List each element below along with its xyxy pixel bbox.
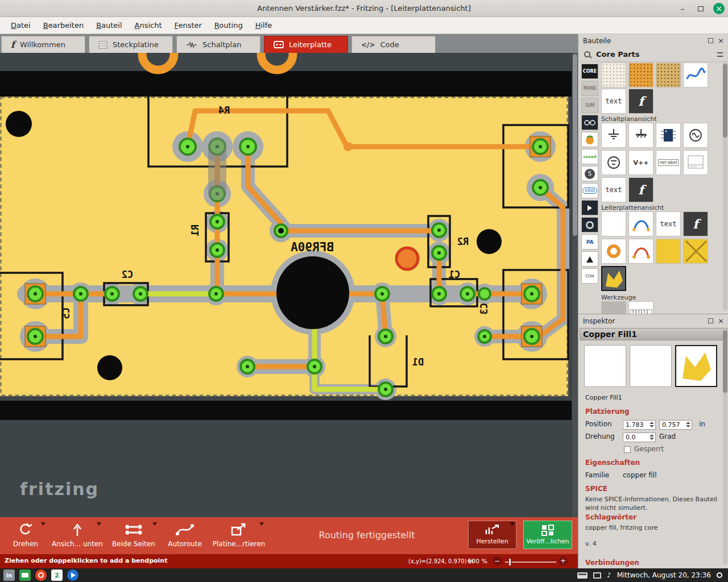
pcb-preview[interactable]	[675, 345, 717, 387]
audio-tray-icon[interactable]: ♪	[607, 571, 611, 579]
spin-arrows-icon[interactable]	[650, 434, 654, 440]
both-sides-button[interactable]: Beide Seiten	[110, 522, 157, 552]
dropdown-caret-icon[interactable]	[510, 522, 515, 526]
transistor-body[interactable]	[276, 256, 349, 329]
scrollbar-thumb[interactable]	[723, 64, 727, 138]
dropdown-caret-icon[interactable]	[152, 522, 157, 526]
inspector-scrollbar[interactable]	[723, 329, 727, 565]
part-jumper-wire[interactable]	[628, 211, 653, 236]
tab-willkommen[interactable]: f Willkommen	[1, 36, 85, 53]
position-x-spinbox[interactable]: 1.783	[623, 420, 656, 430]
tab-steckplatine[interactable]: Steckplatine	[89, 36, 173, 53]
bin-tab-seeed[interactable]: seeed	[581, 149, 598, 164]
bin-tab-pictogram[interactable]	[581, 251, 598, 267]
pcb-canvas[interactable]: R4 BFR90A R1 R2 C2 C1 C5 C3 D1 fritzing	[0, 53, 572, 517]
bin-tab-sim[interactable]: SIM	[581, 98, 598, 113]
zoom-slider-handle[interactable]	[508, 558, 511, 566]
part-text-breadboard[interactable]: text	[601, 89, 626, 114]
keyboard-tray-icon[interactable]	[577, 572, 588, 579]
part-stripboard-vertical[interactable]	[628, 63, 653, 88]
dropdown-caret-icon[interactable]	[97, 522, 101, 526]
canvas-vertical-scrollbar[interactable]	[572, 53, 578, 517]
fabricate-button[interactable]: Herstellen	[468, 521, 516, 549]
minimize-button[interactable]: –	[677, 3, 688, 14]
taskbar-app2-icon[interactable]: 2	[51, 569, 63, 581]
scrollbar-thumb[interactable]	[723, 330, 727, 393]
trace-bendpoint[interactable]	[344, 142, 353, 151]
part-logo-image[interactable]: f	[628, 89, 653, 114]
via[interactable]	[396, 248, 418, 269]
part-earth-ground[interactable]	[628, 123, 653, 148]
undock-icon[interactable]	[708, 38, 713, 43]
part-text-schematic[interactable]: text	[601, 177, 626, 202]
bin-tab-mine[interactable]: MINE	[581, 81, 598, 96]
position-y-spinbox[interactable]: 0.757	[659, 420, 692, 430]
part-via[interactable]	[601, 239, 626, 264]
bin-tab-intel[interactable]: intel	[581, 183, 598, 198]
bin-tab-adafruit[interactable]	[581, 115, 598, 130]
bin-tab-play[interactable]	[581, 200, 598, 215]
search-icon[interactable]	[584, 51, 590, 57]
breadboard-preview[interactable]	[584, 345, 626, 387]
menu-routing[interactable]: Routing	[208, 18, 249, 32]
zoom-level[interactable]: 600 %	[468, 558, 487, 565]
part-ac-source[interactable]	[683, 123, 708, 148]
part-logo-pcb[interactable]: f	[683, 211, 708, 236]
spin-arrows-icon[interactable]	[686, 422, 690, 427]
part-net-label[interactable]: net label	[656, 150, 681, 175]
menu-bearbeiten[interactable]: Bearbeiten	[37, 18, 90, 32]
maximize-button[interactable]	[695, 3, 706, 14]
parts-scrollbar[interactable]	[723, 63, 727, 310]
close-icon[interactable]: ×	[718, 37, 724, 44]
rotation-spinbox[interactable]: 0.0	[623, 433, 656, 442]
part-stripboard[interactable]	[656, 63, 681, 88]
scrollbar-thumb[interactable]	[573, 54, 577, 236]
taskbar-app-in-icon[interactable]: in	[3, 569, 15, 581]
locked-checkbox[interactable]	[624, 446, 631, 453]
part-pcb-jumper[interactable]	[628, 239, 653, 264]
zoom-in-button[interactable]: +	[559, 556, 568, 566]
clock[interactable]: Mittwoch, August 20, 23:36	[617, 571, 711, 579]
menu-datei[interactable]: Datei	[5, 18, 37, 32]
tab-code[interactable]: </> Code	[351, 36, 436, 53]
session-tray-icon[interactable]	[717, 572, 722, 578]
parts-panel-header[interactable]: Bauteile ×	[578, 34, 728, 47]
taskbar-media-icon[interactable]	[67, 569, 78, 581]
bin-tab-core[interactable]: CORE	[581, 64, 598, 79]
bin-tab-contrib[interactable]: CON	[581, 268, 598, 284]
bin-tab-snootlab[interactable]: S	[581, 166, 598, 181]
menu-bauteil[interactable]: Bauteil	[90, 18, 128, 32]
part-copper-blocker[interactable]	[656, 239, 681, 264]
view-from-below-button[interactable]: Ansich... unten	[51, 522, 104, 552]
part-copper-fill-selected[interactable]	[601, 266, 626, 291]
inspector-header[interactable]: Inspektor ×	[578, 314, 728, 327]
taskbar-files-icon[interactable]	[19, 569, 31, 581]
bin-tab-round-logo[interactable]	[581, 217, 598, 232]
part-dc-source[interactable]	[601, 150, 626, 175]
part-ruler[interactable]	[628, 301, 653, 314]
undock-icon[interactable]	[708, 318, 713, 323]
taskbar-browser-icon[interactable]	[35, 569, 47, 581]
schematic-preview[interactable]	[630, 345, 672, 387]
menu-ansicht[interactable]: Ansicht	[129, 18, 168, 32]
part-wire[interactable]	[683, 63, 708, 88]
bin-tab-parallax[interactable]	[581, 132, 598, 147]
part-schematic-frame[interactable]	[683, 150, 708, 175]
dropdown-caret-icon[interactable]	[41, 522, 46, 526]
autoroute-button[interactable]: Autoroute	[164, 522, 206, 552]
menu-hilfe[interactable]: Hilfe	[249, 18, 279, 32]
bin-tab-picaxe[interactable]: PA	[581, 234, 598, 250]
close-button[interactable]: ×	[713, 3, 725, 14]
part-power-label[interactable]: V++	[628, 150, 653, 175]
export-board-button[interactable]: Platine...rtieren	[212, 522, 266, 552]
pcb-drawing[interactable]: R4 BFR90A R1 R2 C2 C1 C5 C3 D1 fritzing	[0, 53, 572, 517]
zoom-slider[interactable]	[505, 562, 556, 563]
part-text-pcb[interactable]: text	[656, 211, 681, 236]
titlebar[interactable]: Antennen Verstärker.fzz* - Fritzing - [L…	[0, 0, 728, 17]
part-tool[interactable]	[601, 301, 626, 314]
publish-button[interactable]: Veröff...lichen	[523, 521, 572, 549]
part-ic[interactable]	[656, 123, 681, 148]
zoom-out-button[interactable]: −	[493, 556, 502, 566]
spin-arrows-icon[interactable]	[650, 422, 654, 427]
part-logo-schematic[interactable]: f	[628, 177, 653, 202]
